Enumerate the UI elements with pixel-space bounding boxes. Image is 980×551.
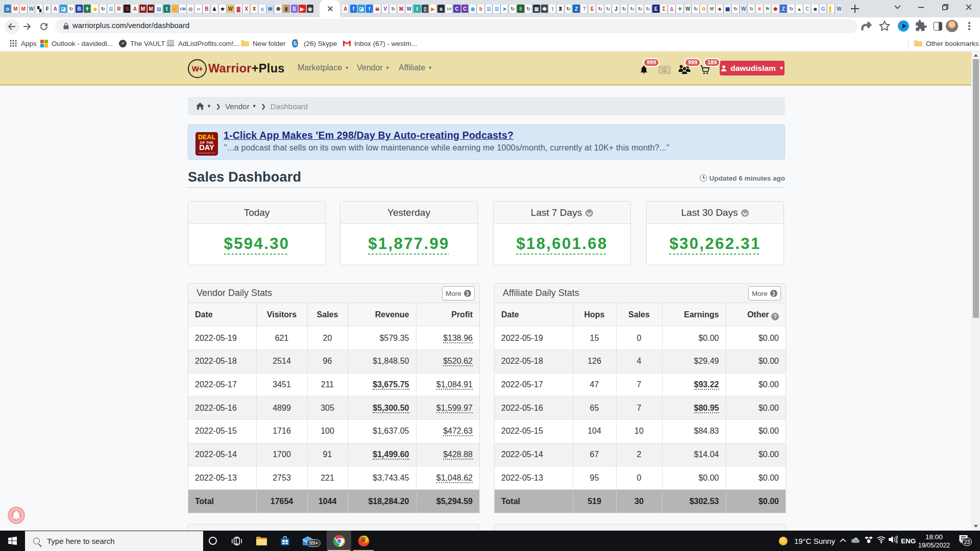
svg-text:1: 1 xyxy=(664,68,666,72)
